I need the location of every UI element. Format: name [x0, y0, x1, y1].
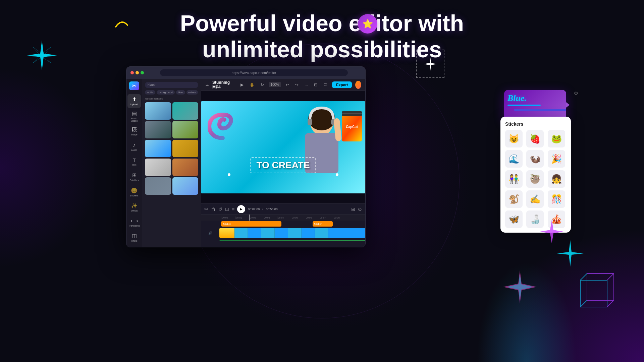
audio-track-row: ♪ Great disprove	[201, 239, 365, 241]
image-icon: 🖼	[131, 127, 137, 133]
ruler-mark-7: 00:07	[319, 217, 333, 219]
sidebar-tool-effects[interactable]: ✨ Effects	[127, 200, 141, 214]
sticker-9[interactable]: 👧	[548, 170, 565, 188]
sticker-1[interactable]: 😺	[505, 130, 523, 147]
vt-clip-pre[interactable]	[219, 228, 234, 238]
tl-zoom-fit-btn[interactable]: ⊞	[351, 206, 355, 212]
filters-icon: ◫	[132, 233, 137, 239]
tl-text-btn[interactable]: ≡	[232, 206, 234, 212]
sticker-7[interactable]: 👫	[505, 170, 523, 188]
canvas-text-overlay[interactable]: TO CREATE	[250, 157, 316, 173]
minimize-dot[interactable]	[136, 71, 139, 74]
tl-cut-btn[interactable]: ✂	[204, 206, 208, 212]
export-button[interactable]: Export	[332, 81, 352, 88]
media-thumb-6[interactable]	[172, 140, 198, 157]
media-search-input[interactable]	[145, 82, 198, 88]
media-thumb-4[interactable]	[172, 121, 198, 138]
shield-btn[interactable]: 🛡	[322, 82, 329, 88]
sticker-10[interactable]: 🐒	[505, 190, 523, 208]
zoom-level[interactable]: 100%	[269, 82, 281, 87]
svg-line-18	[607, 300, 614, 307]
sticker-12[interactable]: 🎊	[548, 190, 565, 208]
user-avatar[interactable]	[355, 81, 361, 89]
browser-traffic-lights	[130, 71, 144, 74]
sidebar-tool-stickers[interactable]: 😊 Stickers	[127, 185, 141, 199]
track-volume-icon: 🔊	[201, 227, 219, 239]
tl-crop-btn[interactable]: ⊡	[225, 206, 229, 212]
browser-mockup: https://www.capcut.com/editor ✂ ⬆ Upload…	[126, 66, 366, 247]
sidebar-tool-audio[interactable]: ♪ Audio	[127, 139, 141, 153]
sidebar-tool-subtitles[interactable]: ⊞ Subtitles	[127, 170, 141, 184]
sidebar-tool-stockvideos[interactable]: ▤ Stockvideos	[127, 109, 141, 123]
media-thumb-1[interactable]	[145, 102, 171, 120]
sidebar-tool-text[interactable]: T Text	[127, 155, 141, 169]
media-thumb-5[interactable]	[145, 140, 171, 157]
sticker-track-content: Sticker Sticker	[221, 221, 365, 227]
tl-delete-btn[interactable]: 🗑	[211, 206, 216, 212]
hand-btn[interactable]: ✋	[248, 82, 256, 88]
sticker-15[interactable]: 🎪	[548, 210, 565, 228]
sticker-11[interactable]: ✍️	[526, 190, 544, 208]
sidebar-tool-filters[interactable]: ◫ Filters	[127, 231, 141, 244]
ruler-mark-6: 00:06	[305, 217, 319, 219]
close-dot[interactable]	[130, 71, 134, 74]
tag-white[interactable]: white	[145, 90, 155, 95]
media-thumb-7[interactable]	[145, 159, 171, 176]
ruler-marks: 00:00 00:01 00:02 00:03 00:04 00:05 00:0…	[221, 217, 347, 219]
blue-text-card: Blue.	[504, 90, 566, 120]
media-thumb-2[interactable]	[172, 102, 198, 120]
tl-settings-btn[interactable]: ⊙	[358, 206, 362, 212]
media-thumb-10[interactable]	[172, 177, 198, 195]
svg-marker-20	[557, 240, 584, 267]
layout-btn[interactable]: ⊡	[313, 82, 319, 88]
tl-play-btn[interactable]: ▶	[237, 205, 245, 213]
timeline-controls: ✂ 🗑 ↺ ⊡ ≡ ▶ 00:02.00 / 00:56.00 ⊞ ⊙	[201, 204, 365, 215]
sidebar-tool-image[interactable]: 🖼 Image	[127, 124, 141, 138]
audio-clip[interactable]: ♪ Great disprove	[219, 240, 365, 241]
tag-nature[interactable]: nature	[186, 90, 198, 95]
undo-btn[interactable]: ↩	[284, 82, 290, 88]
sticker-5[interactable]: 🦦	[526, 150, 544, 168]
cyan-glow-deco	[476, 261, 577, 362]
transitions-icon: ⟷	[130, 218, 138, 224]
browser-bar: https://www.capcut.com/editor	[126, 67, 365, 79]
play-btn[interactable]: ▶	[239, 82, 245, 88]
sidebar-tool-transitions[interactable]: ⟷ Transitions	[127, 216, 141, 229]
ruler-mark-1: 00:01	[235, 217, 249, 219]
browser-url-bar: https://www.capcut.com/editor	[160, 69, 348, 76]
clapperboard-shape: CapCut	[340, 108, 364, 145]
project-title[interactable]: Stunning MP4	[212, 80, 232, 89]
sidebar-tool-upload[interactable]: ⬆ Upload	[127, 94, 141, 108]
sticker-clip-1[interactable]: Sticker	[221, 221, 281, 227]
more-btn[interactable]: ...	[303, 82, 309, 88]
sticker-6[interactable]: 🎉	[548, 150, 565, 168]
maximize-dot[interactable]	[141, 71, 144, 74]
card-gear-icon[interactable]: ⚙	[574, 90, 578, 96]
svg-marker-23	[506, 274, 533, 300]
yellow-stroke-deco	[114, 18, 129, 28]
media-thumb-3[interactable]	[145, 121, 171, 138]
browser-url-text: https://www.capcut.com/editor	[232, 71, 276, 75]
tag-blue[interactable]: blue	[176, 90, 185, 95]
sticker-4[interactable]: 🌊	[505, 150, 523, 168]
sticker-clip-2[interactable]: Sticker	[313, 221, 333, 227]
stickers-grid: 😺 🍓 🐸 🌊 🦦 🎉 👫 🦥 👧 🐒 ✍️ 🎊 🦋 🍶 🎪	[505, 130, 566, 228]
sticker-2[interactable]: 🍓	[526, 130, 544, 147]
sticker-3[interactable]: 🐸	[548, 130, 565, 147]
tag-background[interactable]: background	[157, 90, 175, 95]
stickers-panel-title: Stickers	[505, 121, 566, 127]
video-main-clip[interactable]	[234, 228, 365, 238]
media-thumb-9[interactable]	[145, 177, 171, 195]
headline-line2: unlimited possibilities	[202, 37, 442, 62]
sticker-13[interactable]: 🦋	[505, 210, 523, 228]
redo-btn[interactable]: ↪	[294, 82, 300, 88]
sticker-14[interactable]: 🍶	[526, 210, 544, 228]
cyan-star-deco-right	[557, 240, 584, 268]
media-thumb-8[interactable]	[172, 159, 198, 176]
text-tool-icon: T	[133, 158, 136, 163]
loop-btn[interactable]: ↻	[259, 82, 265, 88]
left-glow-deco	[0, 67, 101, 268]
svg-marker-22	[503, 270, 537, 304]
tl-loop-btn[interactable]: ↺	[218, 206, 222, 212]
sticker-8[interactable]: 🦥	[526, 170, 544, 188]
